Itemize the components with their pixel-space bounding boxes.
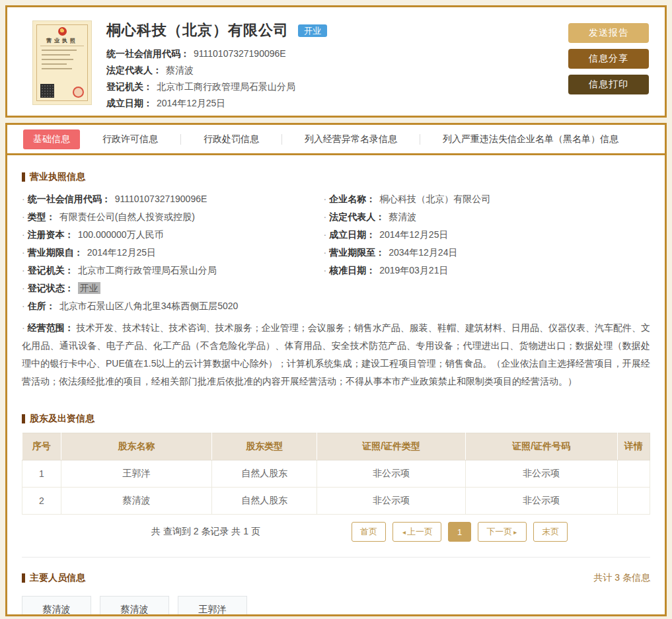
tab-abnormal-list[interactable]: 列入经营异常名录信息	[305, 129, 397, 149]
person-name: 蔡清波	[100, 604, 168, 616]
tab-admin-license[interactable]: 行政许可信息	[102, 129, 158, 149]
prev-page-button[interactable]: ◂上一页	[392, 522, 441, 542]
field-establish-date: ·成立日期：2014年12月25日	[323, 229, 650, 240]
col-sh-type: 股东类型	[211, 433, 317, 460]
field-reg-status: ·登记状态：开业	[22, 283, 323, 294]
header-actions: 发送报告 信息分享 信息打印	[568, 19, 650, 106]
current-page-button[interactable]: 1	[448, 522, 471, 542]
header-field-legal-rep: 法定代表人：蔡清波	[106, 65, 568, 76]
section-marker-icon	[22, 573, 25, 583]
first-page-button[interactable]: 首页	[352, 522, 386, 542]
field-term-to: ·营业期限至：2034年12月24日	[323, 247, 650, 258]
table-row: 1 王郭洋 自然人股东 非公示项 非公示项	[22, 460, 650, 488]
shareholders-table: 序号 股东名称 股东类型 证照/证件类型 证照/证件号码 详情 1 王郭洋 自然…	[22, 433, 650, 515]
col-detail: 详情	[617, 433, 650, 460]
tab-admin-penalty[interactable]: 行政处罚信息	[204, 129, 259, 149]
col-index: 序号	[22, 433, 61, 460]
section-marker-icon	[22, 414, 25, 423]
business-license-image: 营业执照	[32, 20, 92, 105]
table-row: 2 蔡清波 自然人股东 非公示项 非公示项	[22, 488, 650, 515]
license-section-title: 营业执照信息	[22, 171, 650, 183]
col-cert-type: 证照/证件类型	[317, 433, 465, 460]
qr-code-icon	[40, 84, 54, 98]
tab-divider	[420, 134, 420, 145]
field-legal-rep: ·法定代表人：蔡清波	[323, 211, 650, 223]
field-credit-code: ·统一社会信用代码：91110107327190096E	[22, 194, 323, 205]
person-name: 王郭洋	[178, 604, 246, 616]
reg-status-highlight: 开业	[78, 282, 100, 294]
table-header-row: 序号 股东名称 股东类型 证照/证件类型 证照/证件号码 详情	[22, 433, 650, 460]
company-name: 桐心科技（北京）有限公司	[106, 20, 289, 40]
field-business-scope: ·经营范围： 技术开发、技术转让、技术咨询、技术服务；企业管理；会议服务；销售水…	[22, 319, 650, 390]
key-people-section-title: 主要人员信息	[22, 572, 85, 584]
field-company-type: ·类型：有限责任公司(自然人投资或控股)	[22, 211, 323, 223]
info-share-button[interactable]: 信息分享	[568, 49, 649, 69]
company-header-panel: 营业执照 桐心科技（北京）有限公司 开业 统一社会信用代码：9111010732…	[5, 5, 667, 118]
national-emblem-icon	[58, 27, 67, 36]
field-reg-capital: ·注册资本：100.000000万人民币	[22, 229, 323, 240]
tab-divider	[180, 134, 181, 145]
header-field-reg-authority: 登记机关：北京市工商行政管理局石景山分局	[106, 81, 568, 92]
col-sh-name: 股东名称	[61, 433, 211, 460]
tab-bar: 基础信息 行政许可信息 行政处罚信息 列入经营异常名录信息 列入严重违法失信企业…	[7, 125, 665, 155]
field-address: ·住所：北京市石景山区八角北里34栋西侧五层5020	[22, 301, 323, 312]
person-card[interactable]: 蔡清波 经理	[22, 596, 91, 616]
red-seal-icon	[73, 87, 84, 98]
header-field-credit-code: 统一社会信用代码：91110107327190096E	[106, 48, 568, 59]
col-cert-no: 证照/证件号码	[465, 433, 617, 460]
section-marker-icon	[22, 172, 25, 182]
field-term-from: ·营业期限自：2014年12月25日	[22, 247, 323, 258]
key-people-section: 主要人员信息 共计 3 条信息 蔡清波 经理 蔡清波 执行董事 王郭洋 监事	[22, 557, 650, 616]
tab-basic-info[interactable]: 基础信息	[23, 129, 80, 149]
pagination-bar: 共 查询到 2 条记录 共 1 页 首页 ◂上一页 1 下一页▸ 末页	[22, 515, 650, 549]
shareholders-section-title: 股东及出资信息	[22, 413, 650, 425]
status-badge: 开业	[298, 24, 327, 37]
send-report-button[interactable]: 发送报告	[568, 23, 649, 43]
person-card[interactable]: 王郭洋 监事	[178, 596, 247, 616]
last-page-button[interactable]: 末页	[533, 522, 568, 542]
tab-divider	[281, 134, 282, 145]
info-print-button[interactable]: 信息打印	[568, 75, 649, 94]
people-count-text: 共计 3 条信息	[593, 572, 650, 584]
tab-blacklist[interactable]: 列入严重违法失信企业名单（黑名单）信息	[443, 129, 618, 149]
person-name: 蔡清波	[22, 604, 91, 616]
license-image-title: 营业执照	[40, 37, 84, 46]
field-company-name: ·企业名称：桐心科技（北京）有限公司	[323, 194, 650, 205]
prev-arrow-icon: ◂	[402, 528, 406, 536]
license-fields: ·统一社会信用代码：91110107327190096E ·类型：有限责任公司(…	[22, 194, 650, 318]
detail-panel: 基础信息 行政许可信息 行政处罚信息 列入经营异常名录信息 列入严重违法失信企业…	[5, 123, 667, 616]
record-count-text: 共 查询到 2 条记录 共 1 页	[151, 526, 260, 538]
next-arrow-icon: ▸	[513, 528, 517, 536]
field-reg-authority: ·登记机关：北京市工商行政管理局石景山分局	[22, 265, 323, 276]
header-field-establish-date: 成立日期：2014年12月25日	[106, 98, 568, 109]
company-summary: 桐心科技（北京）有限公司 开业 统一社会信用代码：911101073271900…	[92, 19, 568, 106]
license-inner-border: 营业执照	[36, 24, 88, 101]
next-page-button[interactable]: 下一页▸	[478, 522, 527, 542]
field-approval-date: ·核准日期：2019年03月21日	[323, 265, 650, 276]
person-card[interactable]: 蔡清波 执行董事	[100, 596, 169, 616]
